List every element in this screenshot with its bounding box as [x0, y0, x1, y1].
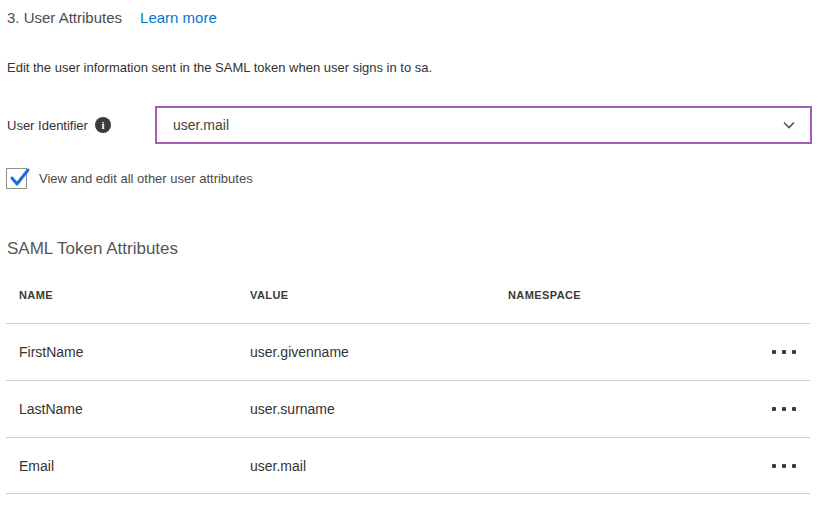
- ellipsis-icon[interactable]: [766, 324, 810, 380]
- ellipsis-icon[interactable]: [766, 381, 810, 437]
- section-description: Edit the user information sent in the SA…: [6, 60, 812, 75]
- saml-attributes-table: NAME VALUE NAMESPACE FirstName user.give…: [6, 289, 810, 494]
- user-attributes-panel: 3. User Attributes Learn more Edit the u…: [0, 0, 824, 532]
- section-header: 3. User Attributes Learn more: [6, 0, 812, 26]
- ellipsis-icon[interactable]: [766, 438, 810, 493]
- attr-value: user.surname: [250, 401, 508, 417]
- table-row: FirstName user.givenname: [6, 323, 810, 380]
- column-header-value: VALUE: [250, 289, 508, 301]
- table-row: LastName user.surname: [6, 380, 810, 437]
- column-header-namespace: NAMESPACE: [508, 289, 766, 301]
- learn-more-link[interactable]: Learn more: [140, 9, 217, 26]
- column-header-name: NAME: [6, 289, 250, 301]
- user-identifier-row: User Identifier i user.mail: [6, 106, 812, 144]
- view-edit-attributes-label: View and edit all other user attributes: [39, 171, 253, 186]
- user-identifier-dropdown[interactable]: user.mail: [155, 106, 812, 144]
- view-edit-attributes-checkbox[interactable]: [6, 168, 27, 189]
- chevron-down-icon: [782, 118, 796, 132]
- user-identifier-value: user.mail: [173, 117, 229, 133]
- attr-value: user.givenname: [250, 344, 508, 360]
- attr-name: FirstName: [6, 344, 250, 360]
- attr-name: Email: [6, 458, 250, 474]
- view-edit-attributes-row: View and edit all other user attributes: [6, 168, 812, 189]
- user-identifier-label-wrap: User Identifier i: [6, 117, 155, 133]
- table-header-row: NAME VALUE NAMESPACE: [6, 289, 810, 323]
- user-identifier-label: User Identifier: [7, 118, 88, 133]
- table-row: Email user.mail: [6, 437, 810, 494]
- attr-value: user.mail: [250, 458, 508, 474]
- attr-name: LastName: [6, 401, 250, 417]
- saml-table-heading: SAML Token Attributes: [6, 239, 812, 259]
- info-icon[interactable]: i: [95, 117, 111, 133]
- section-title: 3. User Attributes: [7, 9, 122, 26]
